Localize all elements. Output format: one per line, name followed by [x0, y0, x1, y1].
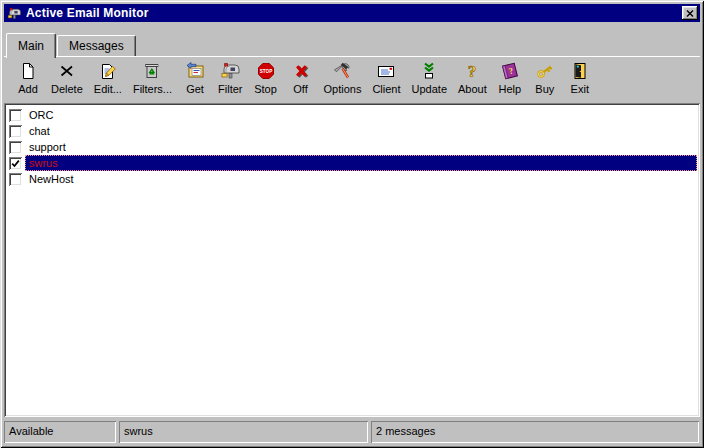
list-item-support[interactable]: support [7, 139, 697, 155]
account-name: NewHost [25, 171, 697, 187]
toolbar-button-label: Exit [571, 83, 589, 95]
toolbar-button-label: Stop [254, 83, 277, 95]
status-bar: Availableswrus2 messages [4, 417, 700, 444]
toolbar-button-label: Edit... [94, 83, 122, 95]
tab-page-main: AddDeleteEdit...Filters...GetFilterSTOPS… [4, 56, 700, 417]
toolbar-button-label: Filters... [133, 83, 172, 95]
toolbar-button-get[interactable]: Get [181, 60, 209, 95]
tab-messages[interactable]: Messages [57, 35, 136, 56]
toolbar-button-label: Options [324, 83, 362, 95]
list-item-newhost[interactable]: NewHost [7, 171, 697, 187]
window-title: Active Email Monitor [26, 6, 682, 20]
list-item-swrus[interactable]: swrus [7, 155, 697, 171]
new-page-icon [16, 60, 40, 82]
book-icon: ? [498, 60, 522, 82]
toolbar-button-label: Buy [535, 83, 554, 95]
checkbox[interactable] [9, 141, 22, 154]
toolbar-button-label: Client [372, 83, 400, 95]
checkbox[interactable] [9, 109, 22, 122]
list-item-chat[interactable]: chat [7, 123, 697, 139]
tools-icon [330, 60, 354, 82]
account-name: swrus [25, 155, 697, 171]
tab-strip: Main Messages [4, 25, 700, 56]
trash-recycle-icon [140, 60, 164, 82]
toolbar-button-exit[interactable]: Exit [566, 60, 594, 95]
stop-sign-icon: STOP [254, 60, 278, 82]
envelope-icon [374, 60, 398, 82]
toolbar-button-filters[interactable]: Filters... [131, 60, 174, 95]
toolbar-button-label: Help [498, 83, 521, 95]
account-name: ORC [25, 107, 697, 123]
delete-x-icon [55, 60, 79, 82]
toolbar-button-update[interactable]: Update [410, 60, 449, 95]
svg-text:STOP: STOP [259, 69, 271, 74]
toolbar-button-label: Update [412, 83, 447, 95]
tab-main[interactable]: Main [6, 33, 56, 58]
toolbar-button-stop[interactable]: STOPStop [252, 60, 280, 95]
toolbar-button-label: About [458, 83, 487, 95]
checkbox[interactable] [9, 125, 22, 138]
toolbar-button-add[interactable]: Add [14, 60, 42, 95]
check-icon [11, 159, 20, 168]
question-mark-icon: ? [460, 60, 484, 82]
toolbar-button-client[interactable]: Client [370, 60, 402, 95]
account-name: support [25, 139, 697, 155]
mailbox-icon [6, 5, 22, 21]
toolbar-button-buy[interactable]: Buy [531, 60, 559, 95]
get-mail-icon [183, 60, 207, 82]
svg-text:?: ? [468, 62, 477, 81]
account-list[interactable]: ORCchatsupportswrusNewHost [4, 103, 700, 417]
list-item-orc[interactable]: ORC [7, 107, 697, 123]
app-window: Active Email Monitor Main Messages AddDe… [0, 0, 704, 448]
account-name: chat [25, 123, 697, 139]
toolbar: AddDeleteEdit...Filters...GetFilterSTOPS… [4, 57, 700, 102]
exit-door-icon [568, 60, 592, 82]
toolbar-button-off[interactable]: Off [287, 60, 315, 95]
toolbar-button-about[interactable]: ?About [456, 60, 489, 95]
status-panel-available: Available [4, 421, 116, 443]
titlebar[interactable]: Active Email Monitor [4, 4, 700, 22]
toolbar-button-help[interactable]: ?Help [496, 60, 524, 95]
red-x-icon [289, 60, 313, 82]
status-panel-2messages: 2 messages [371, 421, 699, 443]
toolbar-button-label: Add [18, 83, 38, 95]
download-icon [417, 60, 441, 82]
toolbar-button-label: Filter [218, 83, 242, 95]
status-panel-swrus: swrus [119, 421, 368, 443]
close-icon [686, 10, 694, 17]
toolbar-button-label: Get [186, 83, 204, 95]
toolbar-button-options[interactable]: Options [322, 60, 364, 95]
toolbar-button-label: Off [293, 83, 307, 95]
key-icon [533, 60, 557, 82]
toolbar-button-filter[interactable]: Filter [216, 60, 244, 95]
toolbar-button-delete[interactable]: Delete [49, 60, 85, 95]
toolbar-button-edit[interactable]: Edit... [92, 60, 124, 95]
checkbox[interactable] [9, 157, 22, 170]
edit-page-icon [96, 60, 120, 82]
checkbox[interactable] [9, 173, 22, 186]
close-button[interactable] [682, 6, 698, 20]
toolbar-button-label: Delete [51, 83, 83, 95]
mailbox-icon [218, 60, 242, 82]
